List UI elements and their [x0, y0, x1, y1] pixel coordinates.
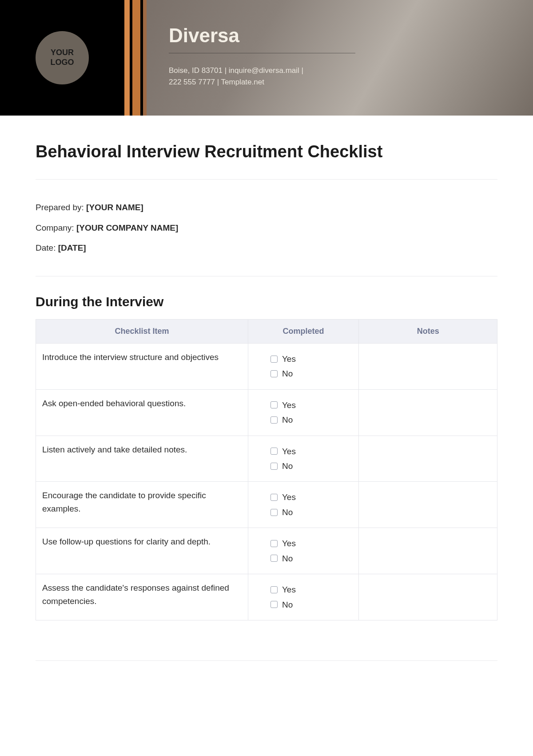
- notes-cell[interactable]: [359, 482, 497, 528]
- stripe: [143, 0, 147, 116]
- section-title: During the Interview: [36, 294, 497, 309]
- checkbox-no-row: No: [270, 552, 352, 565]
- notes-cell[interactable]: [359, 528, 497, 574]
- checklist-item-cell: Introduce the interview structure and ob…: [36, 343, 248, 389]
- checkbox-label: Yes: [282, 352, 296, 365]
- checkbox-icon[interactable]: [270, 463, 278, 470]
- checklist-item-cell: Encourage the candidate to provide speci…: [36, 482, 248, 528]
- logo-text-line2: LOGO: [51, 58, 74, 68]
- completed-cell: YesNo: [248, 436, 358, 482]
- checkbox-yes-row: Yes: [270, 352, 352, 365]
- completed-cell: YesNo: [248, 389, 358, 436]
- meta-label: Company:: [36, 223, 76, 232]
- checkbox-label: No: [282, 598, 293, 611]
- divider: [36, 179, 497, 180]
- meta-prepared: Prepared by: [YOUR NAME]: [36, 197, 497, 218]
- meta-label: Prepared by:: [36, 203, 86, 212]
- header-stripes: [124, 0, 147, 116]
- checklist-table: Checklist Item Completed Notes Introduce…: [36, 319, 497, 620]
- meta-company: Company: [YOUR COMPANY NAME]: [36, 218, 497, 238]
- checkbox-label: No: [282, 413, 293, 426]
- checklist-item-cell: Ask open-ended behavioral questions.: [36, 389, 248, 436]
- checkbox-yes-row: Yes: [270, 445, 352, 458]
- checkbox-yes-row: Yes: [270, 491, 352, 504]
- notes-cell[interactable]: [359, 343, 497, 389]
- checklist-item-cell: Listen actively and take detailed notes.: [36, 436, 248, 482]
- checkbox-no-row: No: [270, 367, 352, 380]
- checkbox-yes-row: Yes: [270, 537, 352, 550]
- meta-value: [YOUR NAME]: [86, 203, 143, 212]
- checkbox-icon[interactable]: [270, 416, 278, 424]
- meta-block: Prepared by: [YOUR NAME] Company: [YOUR …: [36, 197, 497, 258]
- brand-panel: Diversa Boise, ID 83701 | inquire@divers…: [147, 0, 533, 116]
- meta-label: Date:: [36, 243, 58, 252]
- checkbox-no-row: No: [270, 460, 352, 472]
- checkbox-icon[interactable]: [270, 448, 278, 455]
- document-body: Behavioral Interview Recruitment Checkli…: [0, 116, 533, 638]
- checkbox-icon[interactable]: [270, 509, 278, 516]
- completed-cell: YesNo: [248, 528, 358, 574]
- checkbox-label: Yes: [282, 491, 296, 504]
- checkbox-label: No: [282, 460, 293, 472]
- brand-name: Diversa: [169, 24, 511, 53]
- checkbox-icon[interactable]: [270, 540, 278, 547]
- table-header-row: Checklist Item Completed Notes: [36, 319, 497, 343]
- logo-panel: YOUR LOGO: [0, 0, 124, 116]
- checkbox-icon[interactable]: [270, 356, 278, 363]
- divider: [36, 660, 497, 661]
- divider: [36, 276, 497, 276]
- table-row: Listen actively and take detailed notes.…: [36, 436, 497, 482]
- col-header-completed: Completed: [248, 319, 358, 343]
- checkbox-icon[interactable]: [270, 370, 278, 377]
- checkbox-no-row: No: [270, 598, 352, 611]
- contact-line: Boise, ID 83701 | inquire@diversa.mail |: [169, 65, 355, 76]
- completed-cell: YesNo: [248, 343, 358, 389]
- checkbox-no-row: No: [270, 413, 352, 426]
- notes-cell[interactable]: [359, 574, 497, 620]
- checkbox-label: Yes: [282, 445, 296, 458]
- logo-placeholder: YOUR LOGO: [36, 31, 89, 84]
- notes-cell[interactable]: [359, 436, 497, 482]
- checkbox-icon[interactable]: [270, 494, 278, 501]
- stripe: [124, 0, 130, 116]
- page-title: Behavioral Interview Recruitment Checkli…: [36, 142, 497, 161]
- checkbox-no-row: No: [270, 506, 352, 519]
- logo-text-line1: YOUR: [51, 48, 74, 58]
- table-row: Use follow-up questions for clarity and …: [36, 528, 497, 574]
- meta-value: [DATE]: [58, 243, 86, 252]
- table-row: Assess the candidate's responses against…: [36, 574, 497, 620]
- checkbox-yes-row: Yes: [270, 583, 352, 596]
- checkbox-label: No: [282, 367, 293, 380]
- document-header: YOUR LOGO Diversa Boise, ID 83701 | inqu…: [0, 0, 533, 116]
- checkbox-icon[interactable]: [270, 586, 278, 593]
- completed-cell: YesNo: [248, 574, 358, 620]
- checklist-item-cell: Use follow-up questions for clarity and …: [36, 528, 248, 574]
- table-row: Encourage the candidate to provide speci…: [36, 482, 497, 528]
- contact-info: Boise, ID 83701 | inquire@diversa.mail |…: [169, 65, 355, 88]
- col-header-item: Checklist Item: [36, 319, 248, 343]
- checkbox-label: Yes: [282, 399, 296, 412]
- contact-line: 222 555 7777 | Template.net: [169, 76, 355, 88]
- completed-cell: YesNo: [248, 482, 358, 528]
- checkbox-label: No: [282, 552, 293, 565]
- checkbox-icon[interactable]: [270, 401, 278, 408]
- checkbox-label: No: [282, 506, 293, 519]
- meta-value: [YOUR COMPANY NAME]: [76, 223, 178, 232]
- checkbox-yes-row: Yes: [270, 399, 352, 412]
- notes-cell[interactable]: [359, 389, 497, 436]
- checklist-item-cell: Assess the candidate's responses against…: [36, 574, 248, 620]
- col-header-notes: Notes: [359, 319, 497, 343]
- checkbox-label: Yes: [282, 583, 296, 596]
- checkbox-label: Yes: [282, 537, 296, 550]
- checkbox-icon[interactable]: [270, 601, 278, 608]
- table-row: Ask open-ended behavioral questions.YesN…: [36, 389, 497, 436]
- brand-underline: [169, 53, 355, 53]
- meta-date: Date: [DATE]: [36, 238, 497, 258]
- stripe: [132, 0, 140, 116]
- table-row: Introduce the interview structure and ob…: [36, 343, 497, 389]
- checkbox-icon[interactable]: [270, 555, 278, 562]
